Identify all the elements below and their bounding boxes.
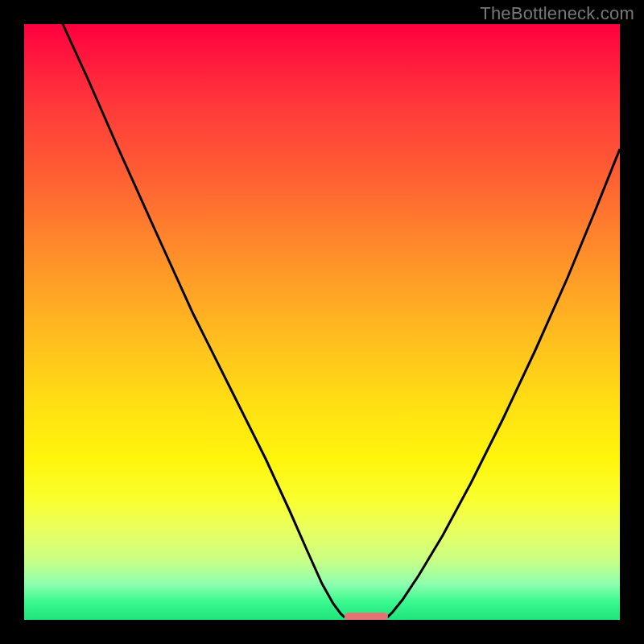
curve-right-branch	[387, 149, 620, 617]
plot-area	[24, 24, 620, 620]
optimal-marker-icon	[345, 613, 388, 620]
chart-frame: TheBottleneck.com	[0, 0, 644, 644]
bottleneck-curve	[24, 24, 620, 620]
curve-left-branch	[63, 24, 345, 617]
watermark-text: TheBottleneck.com	[480, 3, 634, 24]
